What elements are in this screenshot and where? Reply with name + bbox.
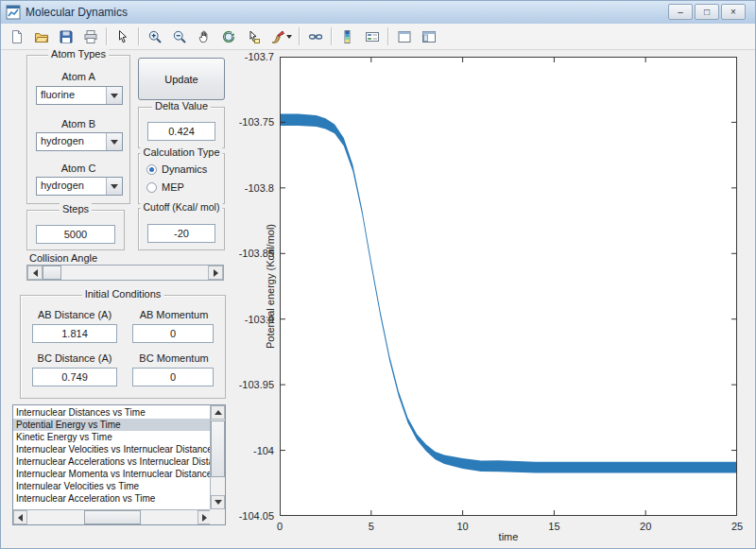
y-tick-label: -104.05 (225, 510, 274, 522)
calculation-type-panel: Calculation Type Dynamics MEP (138, 153, 225, 204)
insert-legend-button[interactable] (360, 25, 385, 48)
delta-value-field[interactable]: 0.424 (147, 122, 215, 141)
scroll-up-arrow[interactable] (211, 405, 225, 420)
zoom-out-button[interactable] (167, 25, 192, 48)
steps-panel: Steps 5000 (26, 210, 125, 250)
dropdown-arrow-icon[interactable] (106, 133, 122, 150)
bc-momentum-field[interactable]: 0 (132, 368, 214, 386)
link-plot-icon (308, 29, 323, 44)
edit-plot-icon (115, 29, 130, 44)
brush-dropdown-caret-icon[interactable] (286, 35, 292, 42)
dropdown-arrow-icon[interactable] (106, 178, 122, 195)
x-tick-label: 10 (444, 521, 482, 532)
maximize-button[interactable]: □ (695, 4, 719, 20)
plot-type-listbox[interactable]: Internuclear Distances vs Time Potential… (12, 404, 226, 525)
cutoff-title: Cutoff (Kcal/ mol) (141, 201, 223, 213)
toolbar-separator (138, 27, 140, 45)
y-axis-label: Potential energy (Kcal/mol) (265, 224, 276, 349)
slider-right-arrow[interactable] (208, 266, 223, 280)
list-item[interactable]: Potential Energy vs Time (13, 419, 210, 431)
listbox-vertical-scrollbar[interactable] (210, 405, 225, 509)
initial-conditions-title: Initial Conditions (82, 288, 164, 300)
bc-distance-field[interactable]: 0.749 (32, 368, 117, 386)
toolbar-separator (106, 27, 108, 45)
list-item[interactable]: Internuclear Acceleration vs Time (13, 492, 210, 505)
show-plot-tools-button[interactable] (417, 25, 441, 48)
data-cursor-icon (246, 29, 261, 44)
edit-plot-button[interactable] (111, 25, 135, 48)
y-tick-label: -103.9 (225, 314, 274, 325)
delta-value-title: Delta Value (152, 100, 211, 112)
steps-field[interactable]: 5000 (36, 225, 115, 244)
atom-c-label: Atom C (27, 163, 129, 174)
open-file-button[interactable] (29, 25, 54, 48)
app-icon (6, 5, 21, 20)
print-figure-button[interactable] (78, 25, 103, 48)
x-tick-label: 0 (261, 521, 299, 532)
zoom-in-button[interactable] (143, 25, 167, 48)
minimize-button[interactable]: – (668, 4, 693, 20)
update-button[interactable]: Update (138, 58, 225, 100)
ab-momentum-field[interactable]: 0 (132, 324, 214, 343)
data-cursor-button[interactable] (241, 25, 266, 48)
slider-thumb[interactable] (43, 266, 61, 280)
cutoff-panel: Cutoff (Kcal/ mol) -20 (138, 208, 225, 250)
insert-legend-icon (365, 29, 380, 44)
radio-row-mep[interactable]: MEP (146, 181, 184, 193)
mep-radio[interactable] (146, 182, 157, 193)
new-figure-button[interactable] (5, 25, 29, 48)
pan-button[interactable] (192, 25, 216, 48)
vertical-scroll-thumb[interactable] (211, 420, 225, 477)
open-file-icon (34, 29, 49, 44)
horizontal-scroll-thumb[interactable] (84, 510, 141, 524)
y-tick-label: -103.7 (225, 51, 274, 62)
mep-radio-label: MEP (162, 181, 184, 193)
zoom-in-icon (147, 29, 163, 44)
atom-types-title: Atom Types (48, 48, 109, 60)
scrollbar-corner (210, 509, 225, 524)
atom-c-dropdown[interactable]: hydrogen (36, 177, 123, 196)
scroll-left-arrow[interactable] (13, 510, 27, 524)
toolbar-separator (387, 27, 389, 45)
dynamics-radio[interactable] (146, 164, 157, 175)
list-item[interactable]: Kinetic Energy vs Time (13, 431, 210, 443)
x-tick-label: 20 (627, 521, 664, 532)
radio-row-dynamics[interactable]: Dynamics (146, 163, 207, 175)
insert-colorbar-button[interactable] (335, 25, 360, 48)
hide-plot-tools-button[interactable] (392, 25, 417, 48)
x-tick-label: 25 (718, 521, 756, 532)
data-series-band (280, 113, 737, 472)
close-button[interactable]: × (721, 4, 746, 20)
scroll-down-arrow[interactable] (211, 495, 225, 509)
atom-b-value: hydrogen (41, 135, 84, 146)
list-item[interactable]: Internuclear Accelerations vs Internucle… (13, 455, 210, 468)
brush-data-button[interactable] (266, 25, 296, 48)
slider-left-arrow[interactable] (27, 266, 43, 280)
link-plot-button[interactable] (303, 25, 328, 48)
save-figure-button[interactable] (54, 25, 78, 48)
print-figure-icon (83, 29, 98, 44)
plot-axes[interactable] (280, 57, 737, 516)
ab-distance-field[interactable]: 1.814 (32, 324, 117, 343)
atom-a-value: fluorine (41, 89, 75, 100)
insert-colorbar-icon (340, 29, 355, 44)
dropdown-arrow-icon[interactable] (106, 87, 122, 104)
axes-border (281, 58, 737, 516)
atom-b-dropdown[interactable]: hydrogen (36, 132, 123, 151)
cutoff-field[interactable]: -20 (147, 224, 215, 243)
rotate-3d-button[interactable] (216, 25, 241, 48)
calculation-type-title: Calculation Type (140, 146, 222, 158)
list-item[interactable]: Internuclear Momenta vs Internuclear Dis… (13, 468, 210, 480)
list-item[interactable]: Internuclear Distances vs Time (13, 406, 210, 419)
hide-plot-tools-icon (397, 29, 412, 44)
listbox-horizontal-scrollbar[interactable] (13, 509, 212, 524)
toolbar-separator (299, 27, 301, 45)
atom-a-dropdown[interactable]: fluorine (36, 86, 123, 105)
brush-data-icon (270, 29, 285, 44)
y-tick-label: -103.95 (225, 379, 274, 390)
collision-angle-slider[interactable] (26, 265, 224, 281)
titlebar[interactable]: Molecular Dynamics – □ × (1, 1, 755, 25)
list-item[interactable]: Internulear Velocities vs Time (13, 480, 210, 492)
list-item[interactable]: Internuclear Velocities vs Internuclear … (13, 443, 210, 455)
x-axis-label: time (280, 531, 737, 542)
